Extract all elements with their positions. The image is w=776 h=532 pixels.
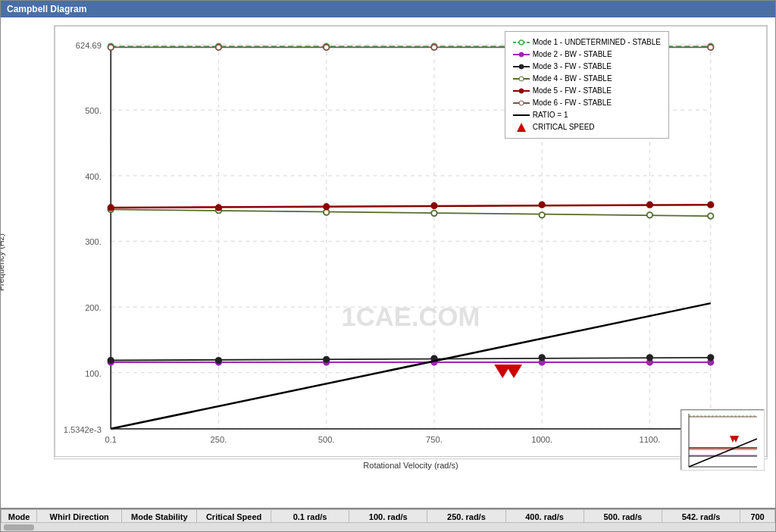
chart-area: Frequency (Hz) xyxy=(1,17,775,508)
svg-point-71 xyxy=(108,45,114,50)
legend-item-3: Mode 3 - FW - STABLE xyxy=(513,61,661,73)
results-table: Mode Whirl Direction Mode Stability Crit… xyxy=(1,509,775,522)
col-header-v500: 500. rad/s xyxy=(584,509,662,522)
svg-point-52 xyxy=(647,355,652,360)
svg-text:750.: 750. xyxy=(426,435,443,444)
title-bar: Campbell Diagram xyxy=(1,1,775,17)
svg-text:624.69: 624.69 xyxy=(76,41,102,50)
svg-text:500.: 500. xyxy=(85,106,102,115)
col-header-v400: 400. rad/s xyxy=(505,509,584,522)
svg-text:1100.: 1100. xyxy=(639,435,660,444)
svg-point-48 xyxy=(216,358,221,363)
svg-point-91 xyxy=(519,89,524,93)
svg-point-51 xyxy=(539,355,544,360)
svg-point-47 xyxy=(108,358,114,363)
col-header-stability: Mode Stability xyxy=(122,509,197,522)
svg-text:1CAE.COM: 1CAE.COM xyxy=(342,302,480,331)
svg-text:400.: 400. xyxy=(85,172,102,181)
svg-point-93 xyxy=(519,101,524,105)
svg-point-77 xyxy=(708,45,713,50)
legend-label-critical: CRITICAL SPEED xyxy=(533,121,595,133)
svg-point-89 xyxy=(519,77,524,81)
legend-item-2: Mode 2 - BW - STABLE xyxy=(513,49,661,61)
col-header-v542: 542. rad/s xyxy=(662,509,740,522)
col-header-critical: Critical Speed xyxy=(197,509,271,522)
x-axis-label: Rotational Velocity (rad/s) xyxy=(54,461,768,470)
svg-text:0.1: 0.1 xyxy=(105,435,116,444)
legend-item-1: Mode 1 - UNDETERMINED - STABLE xyxy=(513,36,661,49)
svg-point-73 xyxy=(324,45,329,50)
svg-text:1000.: 1000. xyxy=(531,435,552,444)
main-window: Campbell Diagram Frequency (Hz) xyxy=(0,0,776,532)
legend-label-1: Mode 1 - UNDETERMINED - STABLE xyxy=(533,36,661,49)
svg-point-58 xyxy=(431,211,436,216)
svg-point-53 xyxy=(708,355,713,360)
svg-point-72 xyxy=(216,45,221,50)
col-header-v01: 0.1 rad/s xyxy=(271,509,349,522)
col-header-v100: 100. rad/s xyxy=(349,509,427,522)
svg-point-87 xyxy=(519,64,524,69)
content-area: Frequency (Hz) xyxy=(1,17,775,531)
scrollbar-thumb[interactable] xyxy=(4,524,34,530)
col-header-direction: Whirl Direction xyxy=(37,509,122,522)
legend-label-ratio: RATIO = 1 xyxy=(533,109,568,121)
svg-text:1.5342e-3: 1.5342e-3 xyxy=(64,425,102,434)
legend-box: Mode 1 - UNDETERMINED - STABLE Mode 2 - … xyxy=(505,31,669,139)
mini-chart xyxy=(681,409,764,470)
svg-marker-95 xyxy=(517,123,526,132)
svg-text:300.: 300. xyxy=(85,237,102,246)
y-axis-label: Frequency (Hz) xyxy=(1,234,5,292)
col-header-v250: 250. rad/s xyxy=(427,509,505,522)
legend-label-3: Mode 3 - FW - STABLE xyxy=(533,61,612,73)
horizontal-scrollbar[interactable] xyxy=(1,522,775,531)
svg-point-69 xyxy=(708,202,713,208)
col-header-v700: 700 xyxy=(740,509,775,522)
legend-label-4: Mode 4 - BW - STABLE xyxy=(533,73,612,85)
svg-text:200.: 200. xyxy=(85,303,102,312)
legend-item-4: Mode 4 - BW - STABLE xyxy=(513,73,661,85)
svg-point-67 xyxy=(539,202,544,208)
svg-text:100.: 100. xyxy=(85,369,102,378)
legend-item-ratio: RATIO = 1 xyxy=(513,109,661,121)
svg-text:250.: 250. xyxy=(211,435,227,444)
svg-point-83 xyxy=(519,40,524,45)
legend-item-critical: CRITICAL SPEED xyxy=(513,121,661,133)
svg-point-64 xyxy=(216,205,221,210)
svg-text:500.: 500. xyxy=(318,435,335,444)
svg-point-49 xyxy=(324,357,329,362)
legend-label-6: Mode 6 - FW - STABLE xyxy=(533,97,612,109)
col-header-mode: Mode xyxy=(2,509,37,522)
svg-point-65 xyxy=(324,204,329,209)
svg-point-74 xyxy=(431,45,436,50)
svg-point-85 xyxy=(519,52,524,57)
svg-point-61 xyxy=(708,213,713,218)
svg-point-60 xyxy=(647,212,652,217)
data-table-area[interactable]: Mode Whirl Direction Mode Stability Crit… xyxy=(1,508,775,522)
legend-item-6: Mode 6 - FW - STABLE xyxy=(513,97,661,109)
legend-label-2: Mode 2 - BW - STABLE xyxy=(533,49,612,61)
window-title: Campbell Diagram xyxy=(7,4,86,14)
svg-point-63 xyxy=(108,205,114,210)
svg-point-66 xyxy=(431,203,436,208)
legend-item-5: Mode 5 - FW - STABLE xyxy=(513,85,661,97)
svg-point-57 xyxy=(324,209,329,214)
legend-label-5: Mode 5 - FW - STABLE xyxy=(533,85,612,97)
svg-point-68 xyxy=(647,202,652,208)
svg-point-59 xyxy=(539,212,544,217)
